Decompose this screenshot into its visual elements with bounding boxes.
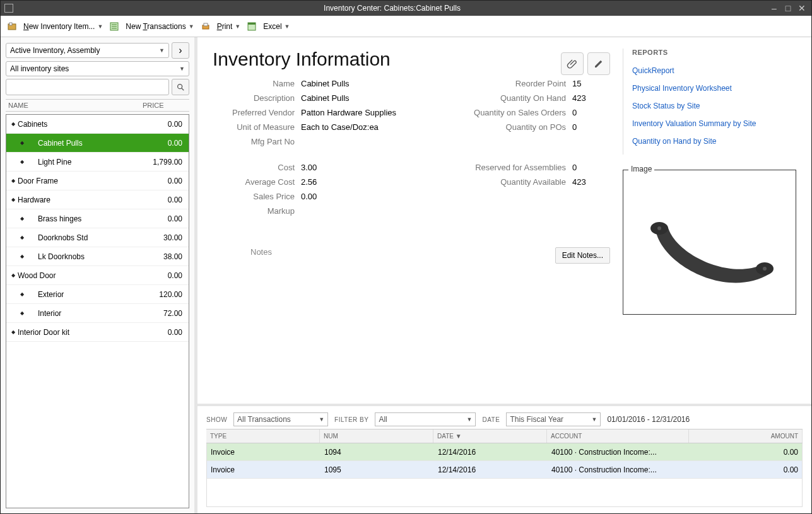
name-label: Name [213,79,301,88]
cost-value: 3.00 [301,163,446,172]
window-icon [4,4,13,13]
report-link-quickreport[interactable]: QuickReport [632,66,796,75]
svg-rect-1 [9,23,12,25]
svg-point-15 [763,267,767,271]
transaction-filter-bar: SHOW All Transactions▼ FILTER BY All▼ DA… [206,410,803,429]
qpo-label: Quantity on POs [446,122,572,132]
item-list-header: NAME PRICE [6,99,189,112]
filterby-label: FILTER BY [334,416,368,423]
reorder-label: Reorder Point [446,79,572,88]
mfg-label: Mfg Part No [213,137,301,146]
item-row[interactable]: ◆Lk Doorknobs38.00 [6,247,189,266]
desc-value: Cabinet Pulls [301,93,446,103]
item-row[interactable]: ◆Doorknobs Std30.00 [6,228,189,247]
qso-value: 0 [572,108,610,117]
minimize-button[interactable]: – [768,3,780,13]
item-row[interactable]: ◆Interior72.00 [6,304,189,323]
sales-value: 0.00 [301,192,446,201]
excel-icon[interactable] [247,21,257,32]
desc-label: Description [213,93,301,103]
item-row[interactable]: ◆Door Frame0.00 [6,172,189,190]
avg-value: 2.56 [301,177,446,187]
transaction-header: TYPE NUM DATE ▼ ACCOUNT AMOUNT [206,429,803,443]
show-combo[interactable]: All Transactions▼ [233,412,328,426]
expand-right-button[interactable]: › [172,42,189,59]
mfg-value [301,137,446,146]
markup-value [301,206,446,216]
filterby-combo[interactable]: All▼ [375,412,476,426]
item-list[interactable]: ◆Cabinets0.00◆Cabinet Pulls0.00◆Light Pi… [6,114,189,508]
vendor-value: Patton Hardware Supplies [301,108,446,117]
item-row[interactable]: ◆Exterior120.00 [6,285,189,304]
image-preview: Image [623,170,796,315]
info-grid: Name Cabinet Pulls Reorder Point 15 Desc… [213,79,610,216]
res-value: 0 [572,163,610,172]
item-row[interactable]: ◆Cabinet Pulls0.00 [6,134,189,153]
report-link-physical[interactable]: Physical Inventory Worksheet [632,84,796,93]
svg-point-14 [657,226,661,230]
datefilter-label: DATE [482,416,500,423]
show-label: SHOW [206,416,227,423]
date-range-text: 01/01/2016 - 12/31/2016 [607,415,690,424]
avail-label: Quantity Available [446,177,572,187]
uom-value: Each to Case/Doz:ea [301,122,446,132]
search-button[interactable] [172,79,189,95]
item-row[interactable]: ◆Wood Door0.00 [6,266,189,285]
search-input[interactable] [6,79,169,95]
window-title: Inventory Center: Cabinets:Cabinet Pulls [18,4,766,13]
report-link-valuation[interactable]: Inventory Valuation Summary by Site [632,119,796,128]
qoh-value: 423 [572,93,610,103]
new-transactions-button[interactable]: New Transactions▼ [126,22,194,31]
avail-value: 423 [572,177,610,187]
close-button[interactable]: ✕ [796,3,808,13]
svg-line-11 [182,88,184,91]
title-bar: Inventory Center: Cabinets:Cabinet Pulls… [1,1,811,16]
item-row[interactable]: ◆Brass hinges0.00 [6,209,189,228]
transaction-row[interactable]: Invoice109512/14/201640100 · Constructio… [207,461,802,479]
report-link-stockstatus[interactable]: Stock Status by Site [632,102,796,110]
item-row[interactable]: ◆Cabinets0.00 [6,115,189,134]
markup-label: Markup [213,206,301,216]
toolbar: New Inventory Item...▼ New Transactions▼… [1,16,811,37]
reports-heading: REPORTS [632,49,796,56]
site-filter-combo[interactable]: All inventory sites▼ [6,61,189,76]
cabinet-pull-image [640,198,779,286]
uom-label: Unit of Measure [213,122,301,132]
report-link-qoh[interactable]: Quantity on Hand by Site [632,137,796,146]
edit-notes-button[interactable]: Edit Notes... [555,247,610,264]
transaction-row[interactable]: Invoice109412/14/201640100 · Constructio… [207,443,802,461]
print-icon[interactable] [201,21,211,32]
item-row[interactable]: ◆Hardware0.00 [6,190,189,209]
cost-label: Cost [213,163,301,172]
svg-point-10 [178,85,182,89]
page-heading: Inventory Information [213,49,391,70]
qpo-value: 0 [572,122,610,132]
svg-rect-9 [248,23,256,25]
notes-label: Notes [213,247,272,257]
avg-label: Average Cost [213,177,301,187]
vendor-label: Preferred Vendor [213,108,301,117]
datefilter-combo[interactable]: This Fiscal Year▼ [506,412,601,426]
qso-label: Quantity on Sales Orders [446,108,572,117]
qoh-label: Quantity On Hand [446,93,572,103]
type-filter-combo[interactable]: Active Inventory, Assembly▼ [6,43,169,58]
excel-button[interactable]: Excel▼ [263,22,290,31]
edit-button[interactable] [587,52,610,75]
image-legend: Image [628,165,654,173]
left-panel: Active Inventory, Assembly▼ › All invent… [1,37,197,513]
res-label: Reserved for Assemblies [446,163,572,172]
sales-label: Sales Price [213,192,301,201]
maximize-button[interactable]: □ [782,3,794,13]
svg-rect-7 [204,23,208,26]
reorder-value: 15 [572,79,610,88]
transaction-list[interactable]: Invoice109412/14/201640100 · Constructio… [206,443,803,507]
new-inventory-icon[interactable] [7,21,17,32]
new-inventory-list-icon[interactable] [109,21,119,32]
print-button[interactable]: Print▼ [217,22,241,31]
new-inventory-button[interactable]: New Inventory Item...▼ [23,22,103,31]
item-row[interactable]: ◆Light Pine1,799.00 [6,153,189,172]
item-row[interactable]: ◆Interior Door kit0.00 [6,323,189,342]
name-value: Cabinet Pulls [301,79,446,88]
attach-button[interactable] [561,52,584,75]
